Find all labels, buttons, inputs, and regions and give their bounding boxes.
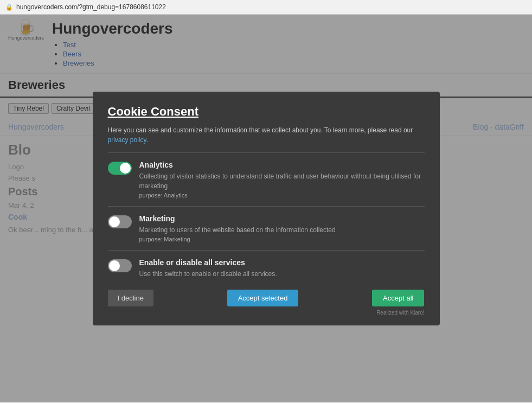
accept-all-button[interactable]: Accept all [372, 290, 424, 306]
all-services-toggle-knob [109, 260, 120, 271]
browser-bar: 🔒 hungovercoders.com/?gtm_debug=16786086… [0, 0, 532, 15]
klaro-credit: Realized with Klaro! [108, 310, 425, 316]
analytics-purpose: purpose: Analytics [139, 192, 425, 199]
page-content: 🍺 Hungovercoders Hungovercoders Test Bee… [0, 15, 532, 402]
marketing-toggle[interactable] [108, 215, 132, 228]
lock-icon: 🔒 [5, 4, 13, 11]
marketing-desc: Marketing to users of the website based … [139, 225, 336, 235]
analytics-toggle[interactable] [108, 162, 132, 175]
cookie-divider-2 [108, 206, 425, 207]
cookie-divider-1 [108, 152, 425, 153]
marketing-purpose: purpose: Marketing [139, 236, 336, 242]
cookie-modal-title: Cookie Consent [108, 105, 425, 119]
marketing-toggle-knob [109, 216, 120, 227]
analytics-info: Analytics Collecting of visitor statisti… [139, 161, 425, 199]
analytics-desc: Collecting of visitor statistics to unde… [139, 171, 425, 191]
all-services-info: Enable or disable all services Use this … [139, 258, 277, 280]
modal-overlay: Cookie Consent Here you can see and cust… [0, 15, 532, 402]
marketing-toggle-wrap[interactable] [108, 215, 132, 228]
analytics-title: Analytics [139, 161, 425, 169]
all-services-option: Enable or disable all services Use this … [108, 258, 425, 280]
marketing-info: Marketing Marketing to users of the webs… [139, 214, 336, 242]
cookie-divider-3 [108, 250, 425, 251]
analytics-toggle-wrap[interactable] [108, 162, 132, 175]
privacy-policy-link[interactable]: privacy policy [108, 136, 146, 144]
analytics-option: Analytics Collecting of visitor statisti… [108, 161, 425, 199]
decline-button[interactable]: I decline [108, 290, 153, 306]
analytics-toggle-knob [120, 163, 131, 174]
all-services-desc: Use this switch to enable or disable all… [139, 269, 277, 279]
browser-url: hungovercoders.com/?gtm_debug=1678608611… [16, 3, 166, 11]
cookie-modal: Cookie Consent Here you can see and cust… [93, 92, 440, 325]
marketing-option: Marketing Marketing to users of the webs… [108, 214, 425, 242]
all-services-toggle-wrap[interactable] [108, 259, 132, 272]
cookie-modal-desc: Here you can see and customize the infor… [108, 125, 425, 145]
all-services-toggle[interactable] [108, 259, 132, 272]
cookie-buttons: I decline Accept selected Accept all [108, 290, 425, 306]
marketing-title: Marketing [139, 214, 336, 223]
accept-selected-button[interactable]: Accept selected [227, 290, 299, 306]
all-services-title: Enable or disable all services [139, 258, 277, 267]
